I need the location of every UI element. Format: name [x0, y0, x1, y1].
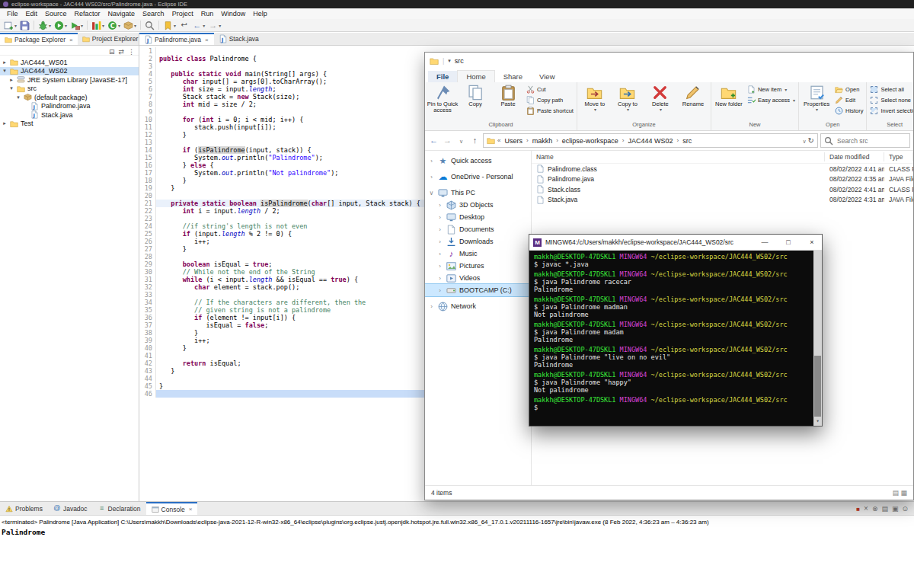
close-tab-icon[interactable]: × [189, 506, 193, 513]
bottom-tab-problems[interactable]: Problems [0, 502, 48, 515]
chevron-icon[interactable]: › [428, 174, 435, 181]
editor-tab-stack-java[interactable]: JStack.java [214, 33, 264, 45]
tree-item-test[interactable]: ▸Test [0, 120, 139, 129]
run-button[interactable]: ▾ [53, 20, 69, 31]
thumbnails-view-icon[interactable]: ▦ [900, 490, 907, 497]
chevron-icon[interactable]: › [436, 238, 443, 245]
tree-item-src[interactable]: ▾src [0, 85, 139, 94]
expand-icon[interactable]: ▾ [8, 85, 14, 91]
new-class-button[interactable]: C▾ [106, 20, 122, 31]
new-package-button[interactable]: ▾ [122, 20, 138, 31]
breadcrumb-item-eclipse-workspace[interactable]: eclipse-workspace [561, 137, 620, 145]
editor-tab-palindrome-java[interactable]: JPalindrome.java× [139, 33, 214, 45]
coverage-button[interactable]: ▾ [90, 20, 106, 31]
tree-item-stack-java[interactable]: JStack.java [0, 110, 139, 120]
paste-shortcut-button[interactable]: Paste shortcut [525, 105, 575, 116]
menu-run[interactable]: Run [197, 10, 218, 18]
address-bar[interactable]: «Users›makkh›eclipse-workspace›JAC444 WS… [483, 133, 818, 148]
menu-navigate[interactable]: Navigate [104, 10, 139, 18]
ribbon-tab-view[interactable]: View [531, 71, 563, 82]
edit-button[interactable]: Edit [833, 94, 864, 105]
menu-search[interactable]: Search [139, 10, 168, 18]
chevron-icon[interactable]: › [436, 251, 443, 257]
copy-button[interactable]: Copy [459, 84, 491, 107]
nav-item-onedrive-personal[interactable]: ›☁OneDrive - Personal [425, 171, 531, 183]
pin-console-button[interactable]: ⊙ [902, 505, 908, 513]
tree-item-jac444-ws01[interactable]: ▸JAC444_WS01 [0, 58, 139, 67]
column-header-type[interactable]: Type [884, 152, 913, 161]
open-button[interactable]: Open [833, 84, 864, 94]
remove-all-button[interactable]: ⊗ [872, 505, 878, 513]
ribbon-tab-share[interactable]: Share [495, 71, 531, 82]
nav-item-documents[interactable]: ›Documents [425, 223, 531, 235]
clear-console-button[interactable]: ▤ [881, 505, 888, 513]
tree-item-default-package[interactable]: ▾(default package) [0, 93, 139, 102]
file-row[interactable]: Palindrome.java08/02/2022 4:35 amJAVA Fi… [532, 174, 913, 185]
package-explorer-tree[interactable]: ▸JAC444_WS01▾JAC444_WS02▸JRE System Libr… [0, 56, 139, 501]
expand-icon[interactable]: ▾ [2, 68, 8, 74]
column-header-date-modified[interactable]: Date modified [825, 152, 884, 161]
paste-button[interactable]: Paste [492, 84, 524, 107]
expand-icon[interactable]: ▸ [2, 120, 8, 126]
new-wizard-button[interactable]: ▾ [2, 20, 18, 31]
tree-item-jre-system-library-javase-17[interactable]: ▸JRE System Library [JavaSE-17] [0, 75, 139, 85]
save-button[interactable] [18, 20, 31, 31]
scrollbar-thumb[interactable] [814, 356, 821, 417]
nav-item-downloads[interactable]: ›Downloads [425, 235, 531, 248]
new-item-button[interactable]: New item▾ [746, 84, 797, 94]
terminal-scrollbar[interactable]: ▾ [813, 251, 822, 426]
menu-window[interactable]: Window [217, 10, 249, 18]
menu-source[interactable]: Source [41, 10, 71, 18]
menu-edit[interactable]: Edit [22, 10, 42, 18]
copy-path-button[interactable]: Copy path [525, 94, 575, 105]
external-tools-button[interactable]: ▾ [69, 20, 85, 31]
menu-help[interactable]: Help [249, 10, 271, 18]
view-tab-package-explorer[interactable]: Package Explorer× [0, 33, 78, 45]
file-row[interactable]: Palindrome.class08/02/2022 4:41 amCLASS … [532, 164, 913, 174]
chevron-icon[interactable]: › [428, 158, 435, 165]
breadcrumb-item-jac444-ws02[interactable]: JAC444 WS02 [627, 137, 675, 145]
terminate-button[interactable]: ■ [856, 505, 860, 513]
rename-button[interactable]: Rename [677, 84, 709, 107]
remove-launch-button[interactable]: × [864, 505, 868, 513]
expand-icon[interactable]: ▸ [8, 77, 14, 83]
nav-item-quick-access[interactable]: ›★Quick access [425, 155, 531, 167]
chevron-icon[interactable]: › [428, 303, 435, 310]
last-edit-button[interactable]: ↩ [177, 20, 190, 31]
address-dropdown-icon[interactable]: ∨ [802, 137, 806, 145]
nav-item-this-pc[interactable]: ∨This PC [425, 187, 531, 199]
close-tab-icon[interactable]: × [69, 37, 73, 43]
menu-project[interactable]: Project [168, 10, 197, 18]
breadcrumb-item-users[interactable]: Users [503, 137, 524, 145]
chevron-icon[interactable]: › [436, 263, 443, 270]
scroll-lock-button[interactable]: ▣ [892, 505, 899, 513]
nav-item-desktop[interactable]: ›Desktop [425, 211, 531, 223]
search-box[interactable] [820, 133, 910, 148]
ribbon-tab-home[interactable]: Home [457, 70, 494, 82]
nav-item-3d-objects[interactable]: ›3D Objects [425, 199, 531, 211]
nav-item-music[interactable]: ›♪Music [425, 248, 531, 260]
chevron-icon[interactable]: › [436, 287, 443, 294]
tree-item-jac444-ws02[interactable]: ▾JAC444_WS02 [0, 67, 139, 76]
pin-to-quick-access-button[interactable]: Pin to Quick access [427, 84, 459, 113]
debug-button[interactable]: ▾ [37, 20, 53, 31]
cut-button[interactable]: Cut [525, 84, 575, 94]
invert-selection-button[interactable]: Invert selection [868, 105, 913, 116]
back-button[interactable]: ←▾ [190, 20, 206, 31]
history-button[interactable]: History [833, 105, 864, 116]
scroll-down-icon[interactable]: ▾ [813, 417, 822, 426]
copy-to-button[interactable]: Copy to▾ [612, 84, 644, 112]
file-row[interactable]: Stack.java08/02/2022 4:31 amJAVA File [532, 195, 913, 206]
move-to-button[interactable]: Move to▾ [579, 84, 611, 112]
chevron-icon[interactable]: ∨ [428, 190, 435, 197]
chevron-icon[interactable]: › [436, 202, 443, 209]
column-header-name[interactable]: Name [532, 152, 825, 161]
select-none-button[interactable]: Select none [868, 94, 913, 105]
chevron-icon[interactable]: › [436, 226, 443, 233]
ribbon-tab-file[interactable]: File [428, 71, 457, 82]
terminal-content[interactable]: makkh@DESKTOP-47DSKL1 MINGW64 ~/eclipse-… [529, 251, 822, 426]
menu-file[interactable]: File [3, 10, 22, 18]
up-button[interactable]: ↑ [469, 136, 481, 145]
nav-item-bootcamp-c[interactable]: ›BOOTCAMP (C:) [425, 284, 531, 296]
chevron-icon[interactable]: › [436, 275, 443, 282]
